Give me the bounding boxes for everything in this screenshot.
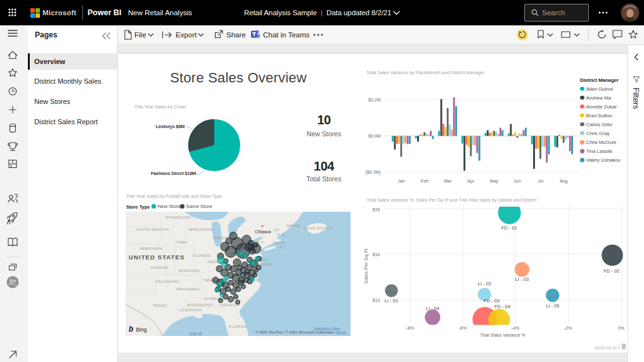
- svg-text:-2%: -2%: [564, 326, 572, 330]
- svg-text:LI - 02: LI - 02: [478, 281, 491, 287]
- svg-text:FD - 02: FD - 02: [603, 268, 619, 274]
- svg-text:0%: 0%: [618, 326, 624, 330]
- svg-text:$15: $15: [373, 207, 380, 212]
- svg-text:MASS.: MASS.: [273, 241, 287, 245]
- svg-text:WARE: WARE: [259, 262, 272, 266]
- svg-text:LOUISIANA: LOUISIANA: [179, 308, 202, 312]
- svg-text:MINNESOTA: MINNESOTA: [165, 216, 191, 219]
- svg-text:Gulf of: Gulf of: [189, 332, 202, 336]
- svg-text:UNITED STATES: UNITED STATES: [129, 254, 184, 261]
- svg-text:ILLINOIS: ILLINOIS: [193, 254, 211, 257]
- svg-text:Jul: Jul: [538, 179, 543, 183]
- svg-text:LI - 05: LI - 05: [546, 303, 559, 309]
- svg-text:MISSOURI: MISSOURI: [179, 269, 200, 273]
- svg-text:Aug: Aug: [560, 179, 568, 184]
- svg-text:-6%: -6%: [459, 326, 467, 330]
- svg-text:Total Sales Variance %: Total Sales Variance %: [480, 333, 525, 337]
- svg-text:Ottawa: Ottawa: [255, 229, 271, 235]
- svg-text:KANSAS: KANSAS: [151, 266, 168, 269]
- svg-text:FD - 04: FD - 04: [494, 304, 510, 309]
- svg-text:ARKANSAS: ARKANSAS: [176, 287, 200, 291]
- svg-text:FLORIDA: FLORIDA: [229, 325, 248, 328]
- svg-text:NEBRASKA: NEBRASKA: [139, 247, 163, 250]
- svg-text:R.I.: R.I.: [280, 245, 287, 249]
- svg-text:SOUTH DAKOTA: SOUTH DAKOTA: [136, 228, 169, 231]
- svg-text:Mar: Mar: [444, 179, 452, 183]
- svg-text:FD - 01: FD - 01: [501, 225, 517, 231]
- svg-text:b: b: [129, 325, 133, 333]
- svg-text:N.H.: N.H.: [277, 233, 286, 236]
- svg-text:LI - 04: LI - 04: [426, 306, 439, 311]
- svg-text:Feb: Feb: [421, 179, 428, 183]
- svg-text:WISCONSIN: WISCONSIN: [189, 228, 214, 231]
- svg-text:OKLAHOMA: OKLAHOMA: [155, 280, 179, 283]
- svg-text:Jan: Jan: [397, 179, 404, 183]
- svg-text:LI - 01: LI - 01: [385, 298, 398, 304]
- svg-text:-4%: -4%: [512, 326, 519, 330]
- svg-text:MAINE: MAINE: [287, 224, 301, 228]
- svg-text:LI - 03: LI - 03: [515, 276, 529, 282]
- svg-text:N.J.: N.J.: [262, 258, 271, 262]
- svg-text:Bing: Bing: [136, 326, 147, 333]
- svg-text:$14: $14: [373, 252, 380, 257]
- svg-text:NOVA SCOTIA: NOVA SCOTIA: [304, 226, 333, 230]
- svg-text:IOWA: IOWA: [176, 240, 188, 244]
- svg-text:$0.2M: $0.2M: [368, 98, 381, 102]
- svg-text:© 2021 TomTom, © 2021 Microsof: © 2021 TomTom, © 2021 Microsoft Corporat…: [255, 330, 346, 334]
- svg-text:Apr: Apr: [467, 179, 475, 184]
- svg-text:Jun: Jun: [513, 179, 520, 183]
- svg-text:FD - 03: FD - 03: [484, 298, 499, 304]
- svg-text:May: May: [490, 179, 499, 184]
- svg-text:($0.2M): ($0.2M): [365, 170, 380, 175]
- svg-text:$0.0M: $0.0M: [368, 134, 381, 138]
- svg-text:$13: $13: [373, 298, 380, 302]
- svg-text:TEXAS: TEXAS: [153, 304, 167, 307]
- svg-text:MISSISSIPPI: MISSISSIPPI: [187, 303, 213, 307]
- svg-text:VT.: VT.: [274, 228, 280, 232]
- svg-text:-8%: -8%: [406, 326, 414, 330]
